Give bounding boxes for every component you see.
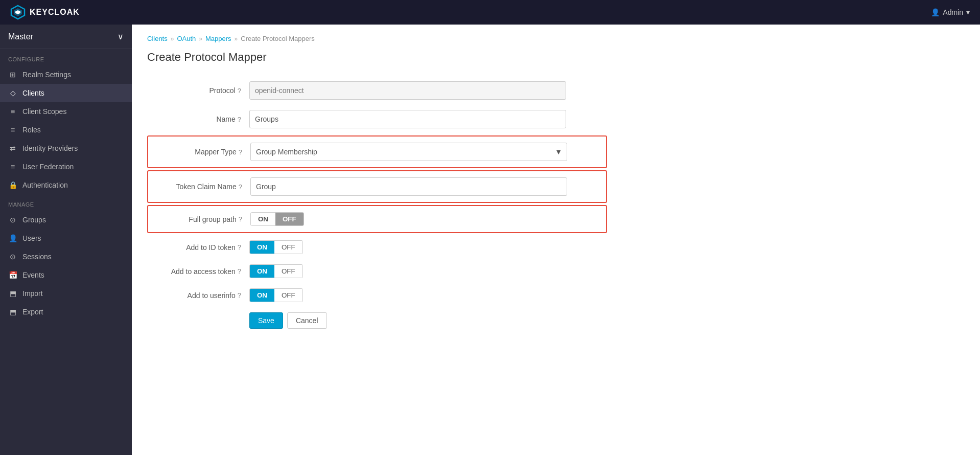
- user-chevron: ▾: [966, 8, 970, 16]
- cancel-button[interactable]: Cancel: [287, 312, 327, 329]
- mapper-type-row: Mapper Type ? Group Membership User Addr…: [148, 141, 606, 163]
- manage-section-label: Manage: [0, 194, 132, 211]
- breadcrumb-sep-3: »: [235, 35, 238, 42]
- mapper-type-label: Mapper Type ?: [148, 148, 250, 156]
- sidebar-item-label: Identity Providers: [22, 144, 78, 152]
- brand: KEYCLOAK: [10, 5, 80, 20]
- token-claim-name-help-icon[interactable]: ?: [239, 183, 242, 191]
- roles-icon: ≡: [8, 126, 17, 134]
- sidebar-item-sessions[interactable]: ⊙ Sessions: [0, 247, 132, 266]
- main-content: Clients » OAuth » Mappers » Create Proto…: [132, 25, 980, 455]
- breadcrumb-sep-1: »: [171, 35, 174, 42]
- token-claim-name-highlighted: Token Claim Name ?: [147, 170, 607, 203]
- breadcrumb-clients[interactable]: Clients: [147, 35, 168, 42]
- users-icon: 👤: [8, 234, 17, 242]
- add-to-access-token-toggle[interactable]: ON OFF: [249, 264, 303, 278]
- sidebar-item-label: User Federation: [22, 163, 74, 171]
- add-to-id-token-toggle[interactable]: ON OFF: [249, 240, 303, 254]
- navbar: KEYCLOAK 👤 Admin ▾: [0, 0, 980, 25]
- add-to-access-token-help-icon[interactable]: ?: [238, 267, 241, 275]
- clients-icon: ◇: [8, 89, 17, 97]
- name-label: Name ?: [147, 115, 249, 123]
- mapper-type-select[interactable]: Group Membership User Address User's Ful…: [250, 143, 567, 161]
- sidebar-item-label: Realm Settings: [22, 71, 71, 79]
- user-menu[interactable]: 👤 Admin ▾: [931, 8, 970, 16]
- token-claim-name-input[interactable]: [250, 177, 567, 196]
- add-to-id-token-toggle-wrapper: ON OFF: [249, 240, 303, 254]
- user-name: Admin: [943, 8, 963, 16]
- sidebar-item-roles[interactable]: ≡ Roles: [0, 121, 132, 139]
- add-to-userinfo-toggle-wrapper: ON OFF: [249, 288, 303, 302]
- name-help-icon[interactable]: ?: [238, 116, 241, 123]
- breadcrumb-mappers[interactable]: Mappers: [205, 35, 231, 42]
- sidebar-item-label: Roles: [22, 126, 41, 134]
- sidebar-item-users[interactable]: 👤 Users: [0, 229, 132, 247]
- user-federation-icon: ≡: [8, 163, 17, 171]
- sidebar-item-identity-providers[interactable]: ⇄ Identity Providers: [0, 139, 132, 157]
- realm-name: Master: [8, 32, 33, 41]
- token-claim-name-row: Token Claim Name ?: [148, 175, 606, 198]
- export-icon: ⬒: [8, 308, 17, 316]
- sidebar: Master ∨ Configure ⊞ Realm Settings ◇ Cl…: [0, 25, 132, 455]
- full-group-path-help-icon[interactable]: ?: [239, 215, 242, 223]
- add-to-userinfo-off-button[interactable]: OFF: [274, 289, 302, 302]
- sessions-icon: ⊙: [8, 253, 17, 261]
- mapper-type-highlighted: Mapper Type ? Group Membership User Addr…: [147, 135, 607, 168]
- add-to-access-token-row: Add to access token ? ON OFF: [147, 259, 607, 283]
- form-container: Protocol ? Name ? Mapper Type ?: [147, 76, 607, 334]
- keycloak-logo-icon: [10, 5, 26, 20]
- add-to-access-token-off-button[interactable]: OFF: [274, 265, 302, 278]
- add-to-id-token-label: Add to ID token ?: [147, 243, 249, 252]
- sidebar-item-label: Import: [22, 289, 43, 298]
- sidebar-item-events[interactable]: 📅 Events: [0, 266, 132, 284]
- import-icon: ⬒: [8, 289, 17, 298]
- protocol-input[interactable]: [249, 81, 566, 100]
- add-to-userinfo-on-button[interactable]: ON: [250, 289, 274, 302]
- sidebar-item-label: Events: [22, 271, 44, 279]
- sidebar-item-user-federation[interactable]: ≡ User Federation: [0, 157, 132, 176]
- sidebar-item-import[interactable]: ⬒ Import: [0, 284, 132, 303]
- brand-name: KEYCLOAK: [30, 8, 80, 17]
- add-to-userinfo-toggle[interactable]: ON OFF: [249, 288, 303, 302]
- sidebar-item-label: Clients: [22, 89, 44, 97]
- sidebar-item-label: Client Scopes: [22, 107, 66, 116]
- page-title: Create Protocol Mapper: [147, 51, 965, 64]
- add-to-access-token-toggle-wrapper: ON OFF: [249, 264, 303, 278]
- full-group-path-toggle-wrapper: ON OFF: [250, 212, 304, 226]
- save-button[interactable]: Save: [249, 312, 283, 329]
- breadcrumb-oauth[interactable]: OAuth: [177, 35, 196, 42]
- protocol-row: Protocol ?: [147, 76, 607, 105]
- full-group-path-off-button[interactable]: OFF: [275, 213, 304, 225]
- token-claim-name-label: Token Claim Name ?: [148, 183, 250, 191]
- sidebar-item-clients[interactable]: ◇ Clients: [0, 84, 132, 102]
- protocol-label: Protocol ?: [147, 86, 249, 95]
- full-group-path-toggle[interactable]: ON OFF: [250, 212, 304, 226]
- configure-section-label: Configure: [0, 49, 132, 65]
- sidebar-item-label: Authentication: [22, 181, 68, 189]
- add-to-access-token-label: Add to access token ?: [147, 267, 249, 276]
- add-to-id-token-help-icon[interactable]: ?: [238, 243, 241, 251]
- sidebar-item-realm-settings[interactable]: ⊞ Realm Settings: [0, 65, 132, 84]
- protocol-help-icon[interactable]: ?: [238, 87, 241, 95]
- sidebar-item-label: Groups: [22, 216, 46, 224]
- mapper-type-select-wrapper: Group Membership User Address User's Ful…: [250, 143, 567, 161]
- sidebar-item-client-scopes[interactable]: ≡ Client Scopes: [0, 102, 132, 121]
- realm-settings-icon: ⊞: [8, 71, 17, 79]
- authentication-icon: 🔒: [8, 181, 17, 189]
- full-group-path-on-button[interactable]: ON: [251, 213, 275, 225]
- identity-providers-icon: ⇄: [8, 144, 17, 152]
- sidebar-item-export[interactable]: ⬒ Export: [0, 303, 132, 321]
- add-to-userinfo-help-icon[interactable]: ?: [238, 291, 241, 299]
- sidebar-item-label: Sessions: [22, 253, 52, 261]
- add-to-id-token-row: Add to ID token ? ON OFF: [147, 235, 607, 259]
- add-to-id-token-on-button[interactable]: ON: [250, 241, 274, 254]
- sidebar-item-authentication[interactable]: 🔒 Authentication: [0, 176, 132, 194]
- sidebar-item-groups[interactable]: ⊙ Groups: [0, 211, 132, 229]
- groups-icon: ⊙: [8, 216, 17, 224]
- add-to-userinfo-label: Add to userinfo ?: [147, 291, 249, 300]
- mapper-type-help-icon[interactable]: ?: [239, 148, 242, 156]
- add-to-access-token-on-button[interactable]: ON: [250, 265, 274, 278]
- add-to-id-token-off-button[interactable]: OFF: [274, 241, 302, 254]
- name-input[interactable]: [249, 110, 566, 128]
- realm-selector[interactable]: Master ∨: [0, 25, 132, 49]
